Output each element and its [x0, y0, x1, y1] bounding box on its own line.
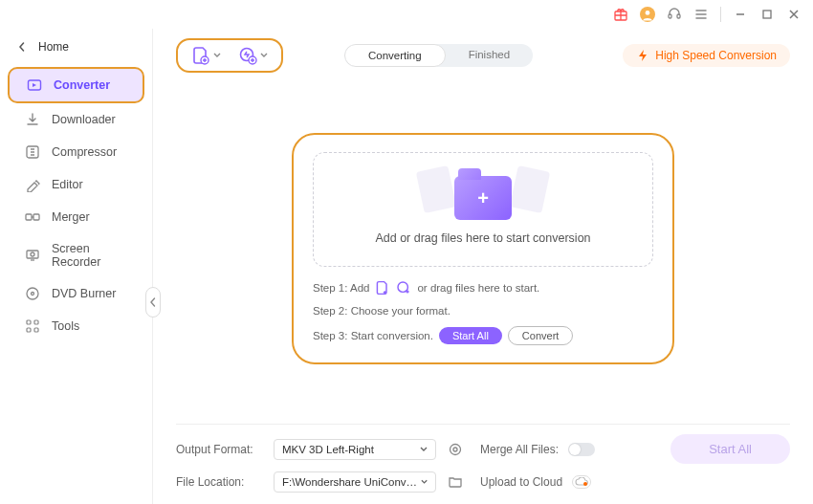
chevron-down-icon [420, 446, 428, 453]
sidebar-item-label: Screen Recorder [52, 242, 127, 269]
folder-plus-icon: + [454, 176, 512, 220]
svg-rect-4 [677, 14, 680, 18]
chevron-down-icon [213, 52, 221, 59]
merge-label: Merge All Files: [480, 443, 559, 456]
chevron-left-icon [149, 297, 157, 307]
add-folder-icon [238, 46, 257, 65]
gear-icon [448, 442, 463, 457]
sidebar-item-label: Tools [52, 319, 79, 333]
svg-rect-15 [34, 320, 38, 324]
title-bar [0, 0, 813, 29]
drop-zone-card: + Add or drag files here to start conver… [292, 133, 674, 364]
tools-icon [25, 318, 40, 334]
folder-icon [448, 474, 463, 490]
close-icon[interactable] [786, 7, 802, 22]
drop-zone[interactable]: + Add or drag files here to start conver… [313, 152, 653, 267]
settings-icon-button[interactable] [446, 440, 465, 459]
lightning-icon [636, 49, 649, 62]
start-all-mini-button[interactable]: Start All [439, 327, 502, 344]
main-panel: Converting Finished High Speed Conversio… [153, 29, 813, 504]
sidebar-item-converter[interactable]: Converter [8, 67, 144, 103]
add-folder-icon [396, 280, 411, 296]
chevron-down-icon [260, 52, 268, 59]
conversion-tabs: Converting Finished [344, 44, 533, 67]
gift-icon[interactable] [613, 7, 628, 22]
sidebar-item-downloader[interactable]: Downloader [8, 103, 144, 136]
tab-finished[interactable]: Finished [446, 44, 533, 67]
dvd-icon [25, 286, 40, 301]
merger-icon [25, 209, 40, 225]
svg-rect-3 [669, 14, 671, 18]
output-format-value: MKV 3D Left-Right [282, 444, 374, 455]
file-location-value: F:\Wondershare UniConverter 1 [282, 476, 421, 488]
add-folder-button[interactable] [238, 46, 268, 65]
minimize-icon[interactable] [733, 7, 748, 22]
sidebar-item-compressor[interactable]: Compressor [8, 136, 144, 168]
add-file-button[interactable] [191, 46, 221, 65]
sidebar: Home Converter Downloader Compressor Ed [0, 29, 153, 504]
step-1: Step 1: Add or drag files here to start. [313, 280, 653, 296]
high-speed-badge[interactable]: High Speed Conversion [623, 44, 790, 67]
back-home[interactable]: Home [0, 33, 152, 67]
file-location-dropdown[interactable]: F:\Wondershare UniConverter 1 [274, 471, 436, 493]
download-icon [25, 112, 40, 127]
step-2: Step 2: Choose your format. [313, 305, 653, 317]
open-folder-button[interactable] [446, 472, 465, 492]
svg-rect-8 [26, 214, 32, 220]
cloud-icon[interactable] [572, 475, 591, 489]
editor-icon [25, 177, 40, 192]
add-button-group [176, 38, 283, 73]
svg-point-11 [31, 252, 34, 256]
start-all-button[interactable]: Start All [670, 434, 790, 464]
sidebar-item-label: DVD Burner [52, 287, 116, 300]
sidebar-item-label: Editor [52, 178, 83, 191]
sidebar-item-label: Converter [54, 78, 110, 92]
convert-mini-button[interactable]: Convert [508, 326, 574, 345]
svg-point-22 [450, 444, 461, 454]
support-icon[interactable] [667, 7, 682, 22]
recorder-icon [25, 248, 40, 263]
svg-rect-17 [34, 328, 38, 332]
toolbar: Converting Finished High Speed Conversio… [176, 38, 790, 73]
user-icon[interactable] [640, 7, 655, 22]
svg-rect-16 [27, 328, 31, 332]
compress-icon [25, 144, 40, 160]
bottom-bar: Output Format: MKV 3D Left-Right Merge A… [176, 424, 790, 493]
svg-point-24 [583, 482, 587, 486]
file-location-label: File Location: [176, 475, 264, 489]
add-file-icon [191, 46, 210, 65]
svg-rect-14 [27, 320, 31, 324]
sidebar-item-merger[interactable]: Merger [8, 201, 144, 233]
sidebar-item-dvd-burner[interactable]: DVD Burner [8, 277, 144, 310]
step-3: Step 3: Start conversion. Start All Conv… [313, 326, 653, 345]
sidebar-item-label: Downloader [52, 113, 116, 126]
sidebar-item-editor[interactable]: Editor [8, 168, 144, 201]
svg-point-21 [398, 282, 407, 292]
drop-headline: Add or drag files here to start conversi… [375, 231, 590, 245]
output-format-dropdown[interactable]: MKV 3D Left-Right [274, 439, 436, 460]
sidebar-item-label: Compressor [52, 145, 117, 159]
sidebar-collapse-handle[interactable] [145, 287, 161, 318]
maximize-icon[interactable] [759, 7, 775, 22]
upload-cloud-label: Upload to Cloud [480, 475, 562, 489]
svg-point-12 [27, 288, 38, 299]
sidebar-item-screen-recorder[interactable]: Screen Recorder [8, 233, 144, 277]
output-format-label: Output Format: [176, 443, 264, 456]
high-speed-label: High Speed Conversion [655, 49, 777, 62]
merge-toggle[interactable] [568, 443, 595, 456]
chevron-left-icon [17, 42, 27, 52]
svg-point-13 [32, 293, 34, 296]
svg-point-2 [646, 11, 650, 15]
menu-icon[interactable] [693, 7, 709, 22]
add-file-icon [375, 280, 390, 296]
svg-rect-10 [27, 251, 38, 258]
sidebar-item-tools[interactable]: Tools [8, 310, 144, 342]
tab-converting[interactable]: Converting [344, 44, 446, 67]
svg-rect-5 [763, 11, 771, 18]
chevron-down-icon [421, 478, 428, 486]
svg-point-23 [453, 448, 457, 451]
back-home-label: Home [38, 40, 69, 54]
converter-icon [27, 77, 42, 93]
sidebar-item-label: Merger [52, 210, 90, 224]
svg-rect-9 [33, 214, 39, 220]
